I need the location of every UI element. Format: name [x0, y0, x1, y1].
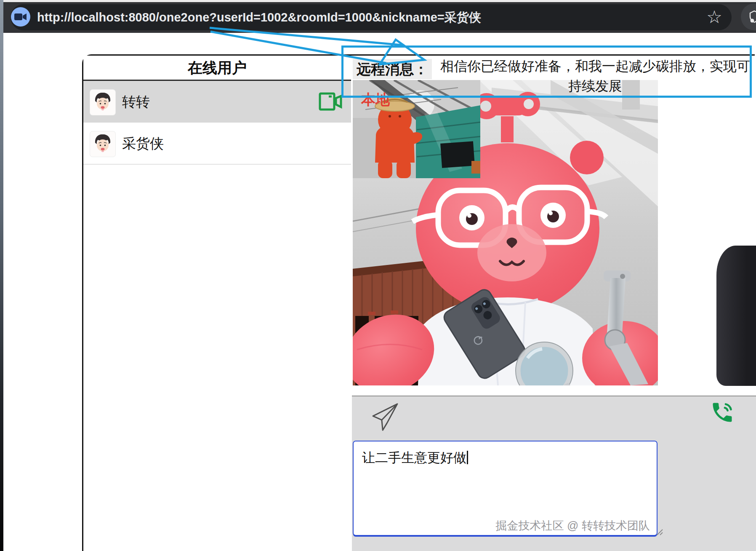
screenshot-root: http://localhost:8080/one2one?userId=100…: [0, 0, 756, 551]
bookmark-star-icon[interactable]: ☆: [704, 6, 725, 29]
green-camera-glyph: [318, 91, 343, 112]
video-camera-glyph: [14, 12, 27, 21]
video-call-active-icon[interactable]: [318, 91, 343, 112]
user-name: 采货侠: [122, 123, 164, 164]
user-name: 转转: [122, 81, 150, 123]
profile-glyph: [749, 11, 756, 23]
user-avatar: [90, 90, 115, 115]
resize-grip-icon: [656, 528, 663, 536]
watermark-text: 掘金技术社区 @ 转转技术团队: [496, 518, 650, 533]
user-avatar: [90, 131, 115, 157]
camera-in-use-icon[interactable]: [11, 7, 30, 27]
desktop-edge-strip: [0, 0, 3, 551]
remote-video: 本地: [353, 80, 658, 385]
start-call-button[interactable]: [710, 400, 735, 425]
message-input-text: 让二手生意更好做: [362, 449, 468, 467]
cropped-dark-object: [716, 246, 756, 386]
typed-text: 让二手生意更好做: [362, 450, 466, 465]
phone-call-icon: [710, 400, 735, 425]
paper-plane-icon: [370, 401, 401, 433]
resize-handle[interactable]: [656, 528, 663, 536]
send-message-button[interactable]: [370, 401, 401, 433]
text-caret: [467, 451, 468, 464]
boy-face-avatar-icon: [90, 131, 115, 157]
user-row-zhuanzhuan[interactable]: 转转: [83, 81, 351, 123]
boy-face-avatar-icon: [90, 90, 115, 115]
annotation-arrow: [189, 21, 442, 72]
message-input[interactable]: 让二手生意更好做 掘金技术社区 @ 转转技术团队: [353, 441, 658, 536]
user-row-caihuoxia[interactable]: 采货侠: [83, 123, 351, 165]
